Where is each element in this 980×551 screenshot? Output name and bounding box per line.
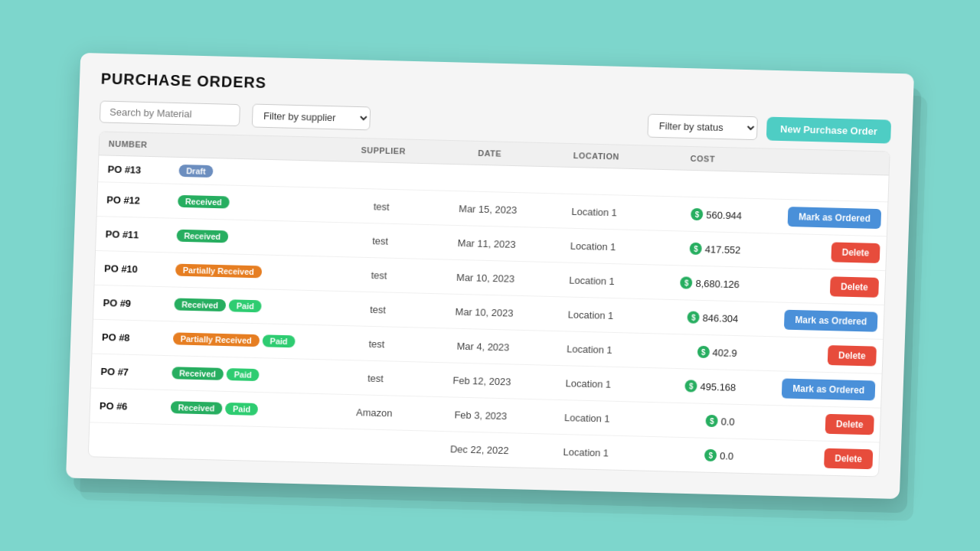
cost-value: 560.944 [706,208,742,220]
supplier-cell [319,428,427,465]
col-header-status [170,133,331,161]
status-badge: Paid [262,334,295,347]
date-cell: Mar 10, 2023 [432,259,540,295]
location-cell: Location 1 [537,296,645,333]
cost-value: 8,680.126 [695,277,740,289]
dollar-icon: $ [690,242,702,254]
status-badge: Partially Received [175,263,263,278]
po-number-cell: PO #11 [96,216,168,252]
supplier-cell: test [322,359,430,396]
location-cell: Location 1 [536,330,644,367]
supplier-cell: test [324,290,432,327]
cost-cell: $560.944 [647,195,755,232]
supplier-filter[interactable]: Filter by supplier [252,103,371,130]
col-header-location: LOCATION [543,143,650,169]
supplier-cell [328,161,436,190]
new-purchase-order-button[interactable]: New Purchase Order [766,116,891,143]
page-title: PURCHASE ORDERS [100,70,892,107]
orders-table-wrapper: NUMBER SUPPLIER DATE LOCATION COST PO #1… [88,131,890,477]
date-cell [435,163,542,192]
status-badge: Received [178,194,230,208]
date-cell: Mar 11, 2023 [433,224,541,261]
col-header-number: NUMBER [99,132,171,157]
status-badge: Partially Received [172,332,260,347]
dollar-icon: $ [681,276,693,289]
date-cell: Feb 12, 2023 [428,362,536,399]
table-body: PO #13DraftPO #12ReceivedtestMar 15, 202… [89,155,889,476]
cost-value: 417.552 [705,243,741,255]
filters-row: Filter by supplier Filter by status New … [100,99,891,143]
dollar-icon: $ [685,380,697,392]
cost-cell: $402.9 [642,333,750,370]
date-cell: Mar 4, 2023 [430,328,537,364]
cost-value: 846.304 [703,311,739,324]
cost-cell: $846.304 [643,298,751,335]
location-cell: Location 1 [534,364,642,401]
location-cell: Location 1 [539,227,647,264]
action-cell: Delete [751,267,885,305]
mark-as-ordered-button[interactable]: Mark as Ordered [788,207,881,229]
cost-cell: $417.552 [645,230,753,266]
delete-button[interactable]: Delete [828,345,877,367]
po-number-cell: PO #10 [95,250,167,286]
dollar-icon: $ [706,414,718,426]
po-number-cell [89,422,161,458]
status-badge: Received [174,298,226,311]
location-cell: Location 1 [541,193,648,230]
status-cell: Received [167,217,328,256]
location-cell: Location 1 [538,262,646,298]
delete-button[interactable]: Delete [825,413,874,435]
date-cell: Feb 3, 2023 [427,396,535,433]
mark-as-ordered-button[interactable]: Mark as Ordered [784,309,877,331]
date-cell: Mar 10, 2023 [430,293,538,330]
location-cell [541,166,648,195]
status-badge: Received [176,229,228,243]
status-cell: Partially Received [165,252,326,290]
status-cell [159,424,320,462]
mark-as-ordered-button[interactable]: Mark as Ordered [782,378,875,400]
po-number-cell: PO #9 [93,285,165,321]
status-filter[interactable]: Filter by status [647,113,758,140]
purchase-orders-card: PURCHASE ORDERS Filter by supplier Filte… [66,52,914,498]
status-badge: Received [172,367,224,380]
action-cell: Mark as Ordered [750,302,884,339]
cost-cell [648,169,756,198]
action-cell: Mark as Ordered [753,198,887,236]
supplier-cell: Amazon [321,393,429,430]
col-header-supplier: SUPPLIER [330,138,437,164]
delete-button[interactable]: Delete [831,242,880,263]
dollar-icon: $ [697,345,709,357]
right-filters: Filter by status New Purchase Order [647,113,891,143]
search-input[interactable] [100,100,240,126]
supplier-cell: test [323,324,431,361]
delete-button[interactable]: Delete [830,276,879,298]
action-cell: Delete [752,233,886,270]
date-cell: Dec 22, 2022 [426,431,534,468]
supplier-cell: test [326,222,434,259]
supplier-cell: test [325,256,433,293]
status-badge: Received [170,401,222,415]
dollar-icon: $ [688,311,700,323]
dollar-icon: $ [704,448,717,461]
orders-table: NUMBER SUPPLIER DATE LOCATION COST PO #1… [89,132,890,476]
supplier-cell: test [328,187,436,224]
date-cell: Mar 15, 2023 [434,190,542,227]
col-header-date: DATE [436,140,544,166]
cost-cell: $8,680.126 [645,264,753,301]
dollar-icon: $ [691,207,703,220]
